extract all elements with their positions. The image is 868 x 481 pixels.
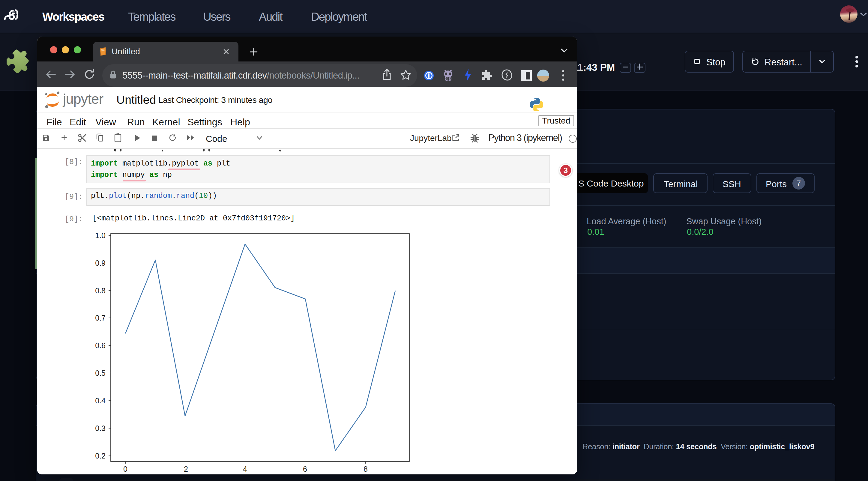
svg-text:6: 6 xyxy=(303,465,307,473)
svg-text:0.3: 0.3 xyxy=(95,424,105,432)
svg-text:8: 8 xyxy=(364,465,368,473)
svg-text:2: 2 xyxy=(184,465,188,473)
svg-text:4: 4 xyxy=(243,465,247,473)
svg-text:0.8: 0.8 xyxy=(95,286,105,295)
svg-text:0.5: 0.5 xyxy=(95,369,105,377)
svg-text:0.7: 0.7 xyxy=(95,314,105,322)
svg-text:0.4: 0.4 xyxy=(95,396,105,405)
svg-text:0.2: 0.2 xyxy=(95,452,105,460)
svg-text:0.9: 0.9 xyxy=(95,259,105,267)
svg-text:0: 0 xyxy=(123,465,127,473)
svg-text:0.6: 0.6 xyxy=(95,341,105,350)
svg-text:1.0: 1.0 xyxy=(95,231,105,239)
